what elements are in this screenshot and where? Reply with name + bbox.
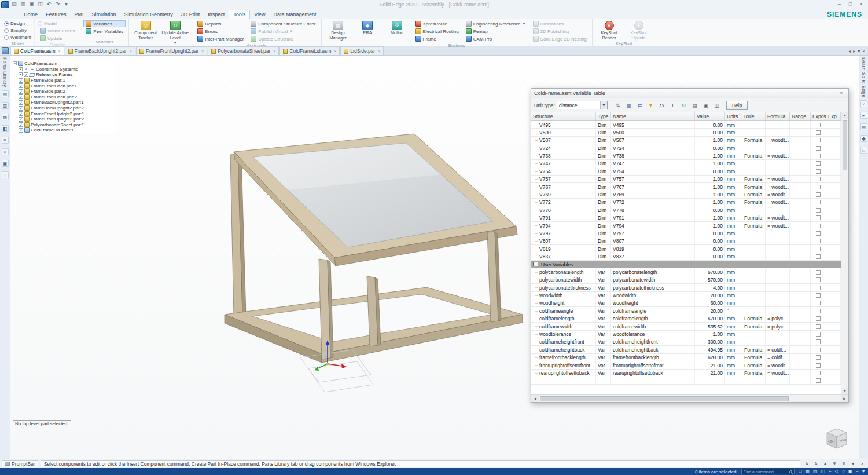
cell-units[interactable]: mm xyxy=(725,206,742,213)
column-header-structure[interactable]: Structure xyxy=(531,112,596,120)
cell-units[interactable]: mm xyxy=(725,323,742,330)
customize-caret-icon[interactable]: ▾ xyxy=(62,1,70,8)
variable-row[interactable]: coldframeangleVarcoldframeangle20.00° xyxy=(531,307,841,315)
cell-formula[interactable] xyxy=(766,245,790,252)
column-header-range[interactable]: Range xyxy=(790,112,811,120)
cell-exp[interactable] xyxy=(826,160,841,167)
simplify-option[interactable]: Simplify xyxy=(4,27,31,34)
cell-range[interactable] xyxy=(790,167,811,174)
expose-checkbox[interactable] xyxy=(816,208,821,213)
cell-rule[interactable] xyxy=(742,377,766,384)
pan-icon[interactable]: + xyxy=(829,469,832,474)
variables-button[interactable]: Variables xyxy=(83,20,126,27)
cell-formula[interactable] xyxy=(766,276,790,283)
tree-item[interactable]: ✓FrameFrontUpright2.par:1 xyxy=(13,111,113,116)
cell-range[interactable] xyxy=(790,229,811,236)
cell-formula[interactable]: = woodt... xyxy=(766,214,790,221)
data-grid-icon[interactable]: ▦ xyxy=(624,100,634,110)
collapse-icon[interactable]: ▾ xyxy=(862,469,865,474)
2d-nesting-button[interactable]: Solid Edge 2D Nesting xyxy=(531,35,590,42)
close-tab-icon[interactable]: × xyxy=(130,49,132,53)
cell-units[interactable]: mm xyxy=(725,199,742,206)
visibility-checkbox[interactable]: ✓ xyxy=(19,111,23,116)
cell-units[interactable]: mm xyxy=(725,354,742,361)
cell-name[interactable]: V507 xyxy=(611,137,695,144)
cell-units[interactable]: mm xyxy=(725,331,742,338)
expose-checkbox[interactable] xyxy=(816,316,821,321)
save-icon[interactable]: ▣ xyxy=(28,1,35,8)
cell-expose[interactable] xyxy=(811,206,826,213)
expose-checkbox[interactable] xyxy=(816,293,821,298)
cell-range[interactable] xyxy=(790,214,811,221)
expose-checkbox[interactable] xyxy=(816,277,821,282)
cell-type[interactable]: Dim xyxy=(596,176,611,182)
find-command-box[interactable] xyxy=(741,469,795,474)
cell-value[interactable]: 0.00 xyxy=(695,121,725,128)
variable-row[interactable]: polycarbonatelengthVarpolycarbonatelengt… xyxy=(531,268,841,276)
cell-name[interactable]: frontuprightoffsettofront xyxy=(611,361,695,368)
errors-button[interactable]: Errors xyxy=(195,28,246,35)
cell-rule[interactable]: Formula xyxy=(742,191,766,198)
cell-range[interactable] xyxy=(790,354,811,361)
vertical-scrollbar[interactable]: ▲ ▼ xyxy=(841,112,848,394)
help-button[interactable]: Help xyxy=(726,101,748,110)
cell-units[interactable]: mm xyxy=(725,129,742,136)
cell-structure[interactable]: V794 xyxy=(531,222,596,229)
cell-exp[interactable] xyxy=(826,338,841,345)
expose-checkbox[interactable] xyxy=(816,363,821,368)
expose-checkbox[interactable] xyxy=(816,177,821,181)
cell-type[interactable]: Var xyxy=(596,331,611,338)
cell-name[interactable]: V778 xyxy=(611,206,695,213)
cell-units[interactable]: mm xyxy=(725,137,742,144)
cell-value[interactable]: 21.00 xyxy=(695,361,725,368)
visibility-checkbox[interactable]: ✓ xyxy=(19,89,23,94)
column-header-type[interactable]: Type xyxy=(596,112,611,120)
visibility-checkbox[interactable]: ✓ xyxy=(24,67,28,71)
cell-structure[interactable]: woodtolerance xyxy=(531,331,596,338)
cell-value[interactable]: 1.00 xyxy=(695,199,725,206)
cell-value[interactable]: 1.00 xyxy=(695,191,725,198)
selection-tools-icon[interactable]: ▣ xyxy=(2,160,9,167)
parts-library-tab[interactable]: Parts Library xyxy=(2,57,8,87)
cell-value[interactable]: 535.62 xyxy=(695,323,725,330)
variable-section-row[interactable]: −User Variables xyxy=(531,261,841,268)
cell-value[interactable] xyxy=(695,377,725,384)
tab-list-icon[interactable]: ▾ xyxy=(858,49,860,54)
alternate-assemblies-icon[interactable]: ◧ xyxy=(2,125,9,132)
cell-exp[interactable] xyxy=(826,237,841,244)
promptbar-menu-icon[interactable]: ≡ xyxy=(840,460,848,467)
cell-value[interactable]: 0.00 xyxy=(695,129,725,136)
cell-exp[interactable] xyxy=(826,323,841,330)
cell-exp[interactable] xyxy=(826,183,841,190)
cell-range[interactable] xyxy=(790,315,811,322)
navigation-cube[interactable]: LEFT FRONT xyxy=(823,425,852,452)
cell-structure[interactable]: polycarbonatelength xyxy=(531,268,596,275)
cell-range[interactable] xyxy=(790,307,811,314)
cell-range[interactable] xyxy=(790,346,811,353)
print-icon[interactable]: ◫ xyxy=(36,1,44,8)
cell-exp[interactable] xyxy=(826,167,841,174)
cell-units[interactable]: mm xyxy=(725,346,742,353)
cell-structure[interactable]: V791 xyxy=(531,214,596,221)
cell-expose[interactable] xyxy=(811,167,826,174)
illustrations-button[interactable]: Illustrations xyxy=(531,20,590,27)
unit-type-select[interactable]: distance ▼ xyxy=(557,101,608,109)
cell-type[interactable]: Dim xyxy=(596,152,611,159)
simplify-model-option[interactable]: Model xyxy=(38,20,77,27)
tree-root-item[interactable]: −ColdFrame.asm xyxy=(13,61,113,67)
cell-units[interactable]: mm xyxy=(725,268,742,275)
cell-value[interactable]: 1.00 xyxy=(695,176,725,182)
cell-value[interactable]: 0.00 xyxy=(695,245,725,252)
cell-type[interactable]: Var xyxy=(596,361,611,368)
cell-range[interactable] xyxy=(790,292,811,299)
cell-name[interactable]: coldframewidth xyxy=(611,323,695,330)
prompt-previous-icon[interactable]: ▲ xyxy=(821,460,829,467)
variable-row[interactable]: V757DimV7571.00mmFormula= woodt... xyxy=(531,176,841,183)
cell-type[interactable]: Dim xyxy=(596,121,611,128)
variable-row[interactable]: woodheightVarwoodheight60.00mm xyxy=(531,299,841,307)
tree-item[interactable]: ✓FrameFrontUpright2.par:2 xyxy=(13,116,113,122)
cell-structure[interactable]: coldframeangle xyxy=(531,307,596,314)
cell-structure[interactable]: V772 xyxy=(531,199,596,206)
tree-item[interactable]: ✓FrameSide.par:1 xyxy=(13,78,113,83)
cell-exp[interactable] xyxy=(826,176,841,182)
